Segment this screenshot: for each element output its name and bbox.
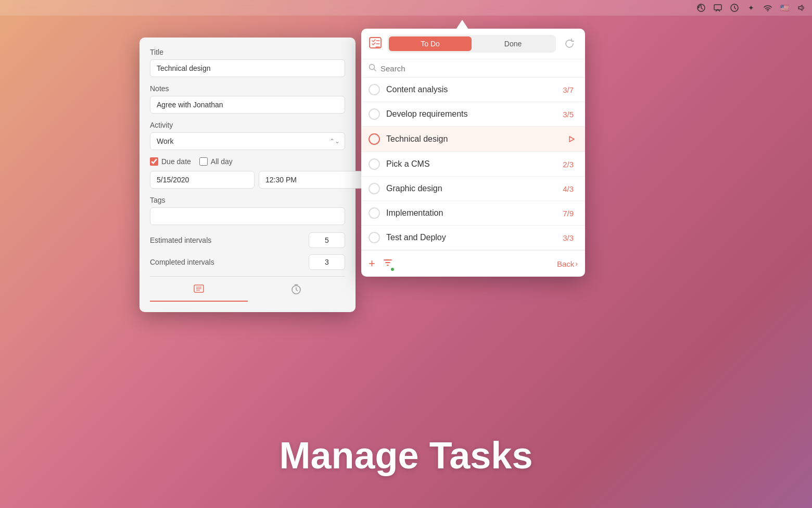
task-count-content-analysis: 3/7	[563, 85, 574, 94]
task-circle-content-analysis	[369, 84, 380, 95]
back-chevron-icon: ›	[575, 259, 578, 268]
all-day-label: All day	[211, 157, 233, 166]
refresh-button[interactable]	[561, 35, 578, 52]
tab-timer[interactable]	[248, 277, 346, 302]
title-label: Title	[150, 48, 345, 56]
task-list-panel: To Do Done Content analysis 3/7	[361, 29, 585, 277]
due-date-checkbox-label[interactable]: Due date	[150, 157, 191, 166]
filter-button[interactable]	[383, 257, 393, 270]
activity-label: Activity	[150, 121, 345, 129]
panel-tabs	[150, 276, 345, 302]
svg-point-3	[767, 10, 768, 11]
flag-icon[interactable]: 🇺🇸	[780, 3, 789, 13]
task-item-content-analysis[interactable]: Content analysis 3/7	[361, 78, 585, 102]
date-input[interactable]	[150, 171, 255, 189]
list-footer: + Back ›	[361, 250, 585, 277]
task-name-pick-cms: Pick a CMS	[386, 159, 563, 169]
all-day-checkbox-label[interactable]: All day	[199, 157, 233, 166]
back-label: Back	[557, 259, 574, 268]
time-machine-icon[interactable]	[696, 3, 706, 13]
task-circle-implementation	[369, 207, 380, 219]
checkbox-row: Due date All day	[150, 157, 345, 166]
task-name-technical-design: Technical design	[386, 134, 565, 144]
clock-icon[interactable]	[730, 3, 739, 13]
volume-icon[interactable]	[796, 3, 806, 13]
activity-select[interactable]: Work Personal Study Health	[150, 132, 345, 150]
activity-select-wrapper: Work Personal Study Health ⌃⌄	[150, 132, 345, 150]
task-item-technical-design[interactable]: Technical design	[361, 127, 585, 152]
task-count-pick-cms: 2/3	[563, 160, 574, 169]
task-item-pick-cms[interactable]: Pick a CMS 2/3	[361, 152, 585, 177]
search-icon	[369, 64, 376, 73]
todo-toggle-btn[interactable]: To Do	[389, 36, 472, 51]
task-list: Content analysis 3/7 Develop requirement…	[361, 78, 585, 250]
list-header: To Do Done	[361, 29, 585, 59]
estimated-input[interactable]	[309, 232, 345, 248]
task-circle-technical-design	[369, 133, 380, 145]
task-count-graphic-design: 4/3	[563, 184, 574, 193]
task-circle-pick-cms	[369, 158, 380, 170]
list-main-icon	[369, 36, 382, 52]
due-date-checkbox[interactable]	[150, 157, 158, 166]
due-date-label: Due date	[161, 157, 191, 166]
search-bar	[361, 59, 585, 78]
notes-label: Notes	[150, 84, 345, 93]
title-input[interactable]	[150, 59, 345, 77]
task-name-implementation: Implementation	[386, 208, 563, 218]
tags-input[interactable]	[150, 207, 345, 225]
time-input[interactable]	[259, 171, 363, 189]
play-button-technical-design[interactable]	[565, 133, 578, 145]
tags-label: Tags	[150, 196, 345, 204]
back-button[interactable]: Back ›	[557, 259, 578, 268]
task-item-test-deploy[interactable]: Test and Deploy 3/3	[361, 226, 585, 250]
panel-pointer	[456, 20, 468, 29]
completed-label: Completed intervals	[150, 258, 214, 266]
estimated-label: Estimated intervals	[150, 236, 211, 244]
notes-input[interactable]	[150, 96, 345, 114]
estimated-interval-row: Estimated intervals	[150, 232, 345, 248]
task-name-develop-requirements: Develop requirements	[386, 109, 563, 119]
task-item-graphic-design[interactable]: Graphic design 4/3	[361, 177, 585, 201]
add-task-button[interactable]: +	[369, 257, 375, 270]
task-name-test-deploy: Test and Deploy	[386, 233, 563, 242]
view-toggle-group: To Do Done	[387, 35, 556, 53]
task-circle-graphic-design	[369, 183, 380, 194]
task-circle-develop-requirements	[369, 108, 380, 120]
datetime-row	[150, 171, 345, 189]
task-name-graphic-design: Graphic design	[386, 184, 563, 193]
task-item-implementation[interactable]: Implementation 7/9	[361, 201, 585, 226]
done-toggle-btn[interactable]: Done	[472, 36, 554, 51]
task-count-test-deploy: 3/3	[563, 233, 574, 242]
airplay-icon[interactable]	[713, 3, 722, 13]
wifi-icon[interactable]	[763, 3, 772, 13]
task-circle-test-deploy	[369, 232, 380, 243]
completed-input[interactable]	[309, 254, 345, 270]
svg-line-13	[374, 69, 376, 71]
menubar: ✦ 🇺🇸	[0, 0, 812, 16]
brightness-icon[interactable]: ✦	[746, 3, 756, 13]
big-title: Manage Tasks	[280, 434, 533, 477]
completed-interval-row: Completed intervals	[150, 254, 345, 270]
tab-list[interactable]	[150, 277, 248, 302]
filter-active-dot	[391, 268, 394, 271]
task-item-develop-requirements[interactable]: Develop requirements 3/5	[361, 102, 585, 127]
search-input[interactable]	[380, 64, 578, 73]
task-name-content-analysis: Content analysis	[386, 85, 563, 94]
task-detail-panel: Title Notes Activity Work Personal Study…	[139, 38, 356, 312]
task-count-implementation: 7/9	[563, 209, 574, 218]
task-count-develop-requirements: 3/5	[563, 110, 574, 119]
all-day-checkbox[interactable]	[199, 157, 208, 166]
